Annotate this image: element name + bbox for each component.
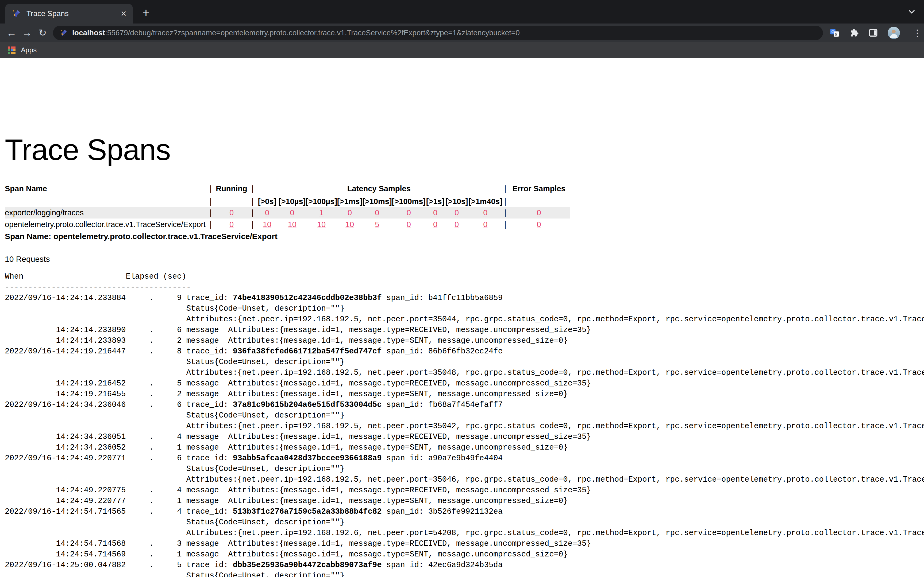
request-line: 2022/09/16-14:24:54.714565 . 4 trace_id:… xyxy=(5,506,924,517)
col-error-samples: Error Samples xyxy=(508,181,570,196)
latency-count-link[interactable]: 0 xyxy=(454,208,459,217)
latency-count-link: 1 xyxy=(305,207,337,219)
request-line: 2022/09/16-14:24:49.220771 . 6 trace_id:… xyxy=(5,453,924,464)
tab-strip: Trace Spans × + xyxy=(0,0,924,24)
url-host: localhost xyxy=(72,29,105,37)
side-panel-icon[interactable] xyxy=(868,28,878,38)
event-line: 14:24:19.216452 . 5 message Attributes:{… xyxy=(5,378,924,389)
latency-bucket-label: [>100µs] xyxy=(305,196,337,207)
latency-count-link[interactable]: 10 xyxy=(288,220,297,229)
log-divider: ---------------------------------------- xyxy=(5,282,924,293)
latency-bucket-label: [>0s] xyxy=(255,196,279,207)
latency-bucket-label: [>1s] xyxy=(426,196,445,207)
latency-count-link[interactable]: 10 xyxy=(263,220,271,229)
running-count-link[interactable]: 0 xyxy=(229,220,234,229)
request-line: 2022/09/16-14:24:34.236046 . 6 trace_id:… xyxy=(5,400,924,410)
latency-count-link: 10 xyxy=(305,219,337,230)
page-title: Trace Spans xyxy=(5,132,171,167)
running-count-link[interactable]: 0 xyxy=(229,208,234,217)
latency-count-link[interactable]: 0 xyxy=(483,208,488,217)
error-count-link[interactable]: 0 xyxy=(537,208,541,217)
latency-bucket-label: [>1m40s] xyxy=(468,196,502,207)
status-line: Status{Code=Unset, description=""} xyxy=(5,517,924,528)
translate-icon[interactable]: G xyxy=(830,28,840,38)
latency-count-link: 0 xyxy=(362,207,392,219)
latency-count-link: 10 xyxy=(255,219,279,230)
latency-count-link[interactable]: 0 xyxy=(454,220,459,229)
attributes-line: Attributes:{net.peer.ip=192.168.192.5, n… xyxy=(5,421,924,432)
new-tab-button[interactable]: + xyxy=(139,6,153,21)
latency-count-link: 0 xyxy=(337,207,362,219)
kebab-menu-icon[interactable]: ⋮ xyxy=(909,27,924,38)
error-count-link: 0 xyxy=(508,207,570,219)
extensions-puzzle-icon[interactable] xyxy=(849,28,859,38)
tab-trace-spans[interactable]: Trace Spans × xyxy=(5,4,133,24)
telescope-favicon-icon xyxy=(12,9,21,18)
request-line: 2022/09/16-14:24:19.216447 . 8 trace_id:… xyxy=(5,346,924,357)
forward-button[interactable]: → xyxy=(19,27,35,39)
latency-count-link[interactable]: 0 xyxy=(407,220,411,229)
latency-count-link[interactable]: 0 xyxy=(265,208,269,217)
latency-count-link[interactable]: 0 xyxy=(433,220,438,229)
latency-count-link: 10 xyxy=(279,219,305,230)
telescope-favicon-icon xyxy=(60,29,67,37)
latency-bucket-label: [>1ms] xyxy=(337,196,362,207)
apps-label: Apps xyxy=(21,46,37,54)
event-line: 14:24:34.236052 . 1 message Attributes:{… xyxy=(5,442,924,453)
attributes-line: Attributes:{net.peer.ip=192.168.192.6, n… xyxy=(5,528,924,538)
event-line: 14:24:49.220775 . 4 message Attributes:{… xyxy=(5,485,924,496)
latency-count-link: 0 xyxy=(255,207,279,219)
status-line: Status{Code=Unset, description=""} xyxy=(5,571,924,577)
chevron-down-icon[interactable] xyxy=(907,7,916,16)
log-column-header: When Elapsed (sec) xyxy=(5,271,924,282)
latency-bucket-label: [>10µs] xyxy=(279,196,305,207)
latency-count-link: 0 xyxy=(468,207,502,219)
summary-header-row: Span Name | Running | Latency Samples | … xyxy=(5,181,570,196)
latency-count-link[interactable]: 0 xyxy=(375,208,379,217)
latency-count-link[interactable]: 10 xyxy=(317,220,326,229)
profile-avatar[interactable] xyxy=(888,27,900,39)
col-span-name: Span Name xyxy=(5,181,208,196)
request-line: 2022/09/16-14:25:00.047882 . 5 trace_id:… xyxy=(5,560,924,571)
tab-close-icon[interactable]: × xyxy=(121,9,126,18)
latency-bucket-label: [>10ms] xyxy=(362,196,392,207)
attributes-line: Attributes:{net.peer.ip=192.168.192.5, n… xyxy=(5,314,924,325)
status-line: Status{Code=Unset, description=""} xyxy=(5,303,924,314)
page-content: Trace Spans Span Name | Running | Latenc… xyxy=(0,58,924,577)
latency-count-link[interactable]: 0 xyxy=(407,208,411,217)
latency-bucket-header-row: ||[>0s][>10µs][>100µs][>1ms][>10ms][>100… xyxy=(5,196,570,207)
span-name-cell: opentelemetry.proto.collector.trace.v1.T… xyxy=(5,219,208,230)
latency-count-link: 0 xyxy=(468,219,502,230)
toolbar: ← → ↻ localhost:55679/debug/tracez?zspan… xyxy=(0,24,924,42)
latency-count-link[interactable]: 0 xyxy=(483,220,488,229)
url-text: localhost:55679/debug/tracez?zspanname=o… xyxy=(72,29,520,37)
latency-count-link[interactable]: 0 xyxy=(433,208,438,217)
reload-button[interactable]: ↻ xyxy=(35,27,50,39)
latency-count-link: 0 xyxy=(445,207,468,219)
error-count-link[interactable]: 0 xyxy=(537,220,541,229)
apps-shortcut[interactable]: Apps xyxy=(8,46,37,54)
latency-count-link[interactable]: 5 xyxy=(375,220,379,229)
running-count-link: 0 xyxy=(213,207,250,219)
event-line: 14:24:34.236051 . 4 message Attributes:{… xyxy=(5,432,924,442)
request-line: 2022/09/16-14:24:14.233884 . 9 trace_id:… xyxy=(5,293,924,303)
event-line: 14:24:14.233890 . 6 message Attributes:{… xyxy=(5,325,924,335)
latency-count-link: 0 xyxy=(426,207,445,219)
apps-grid-icon xyxy=(8,47,16,54)
latency-bucket-label: [>100ms] xyxy=(392,196,426,207)
latency-count-link[interactable]: 0 xyxy=(347,208,352,217)
span-summary-table: Span Name | Running | Latency Samples | … xyxy=(5,181,570,230)
status-line: Status{Code=Unset, description=""} xyxy=(5,464,924,474)
latency-count-link: 0 xyxy=(426,219,445,230)
event-line: 14:24:54.714569 . 1 message Attributes:{… xyxy=(5,549,924,560)
requests-log: When Elapsed (sec)----------------------… xyxy=(5,271,924,577)
error-count-link: 0 xyxy=(508,219,570,230)
back-button[interactable]: ← xyxy=(4,27,19,39)
latency-count-link: 0 xyxy=(392,207,426,219)
col-latency-samples: Latency Samples xyxy=(255,181,502,196)
bookmarks-bar: Apps xyxy=(0,42,924,58)
url-bar[interactable]: localhost:55679/debug/tracez?zspanname=o… xyxy=(53,26,823,40)
latency-count-link[interactable]: 10 xyxy=(346,220,354,229)
latency-count-link[interactable]: 1 xyxy=(319,208,323,217)
latency-count-link[interactable]: 0 xyxy=(290,208,294,217)
